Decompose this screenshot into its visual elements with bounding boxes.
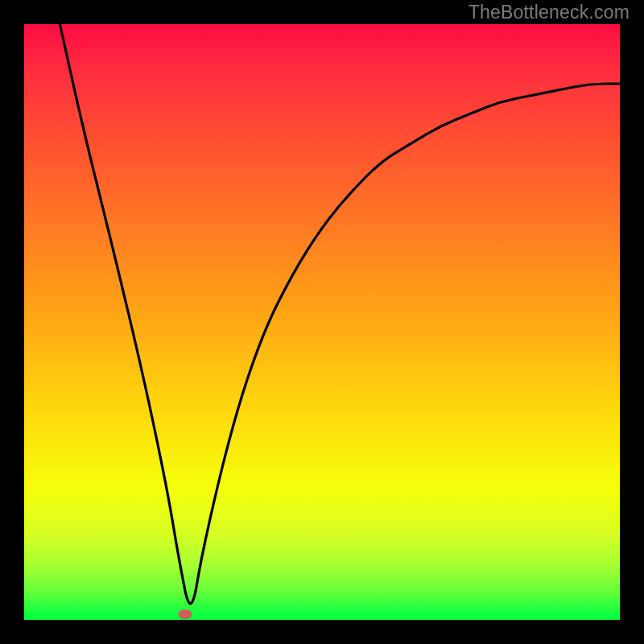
bottleneck-curve <box>24 24 620 620</box>
chart-frame: TheBottleneck.com <box>0 0 644 644</box>
plot-area <box>24 24 620 620</box>
watermark-text: TheBottleneck.com <box>469 2 630 23</box>
minimum-marker <box>178 609 192 619</box>
